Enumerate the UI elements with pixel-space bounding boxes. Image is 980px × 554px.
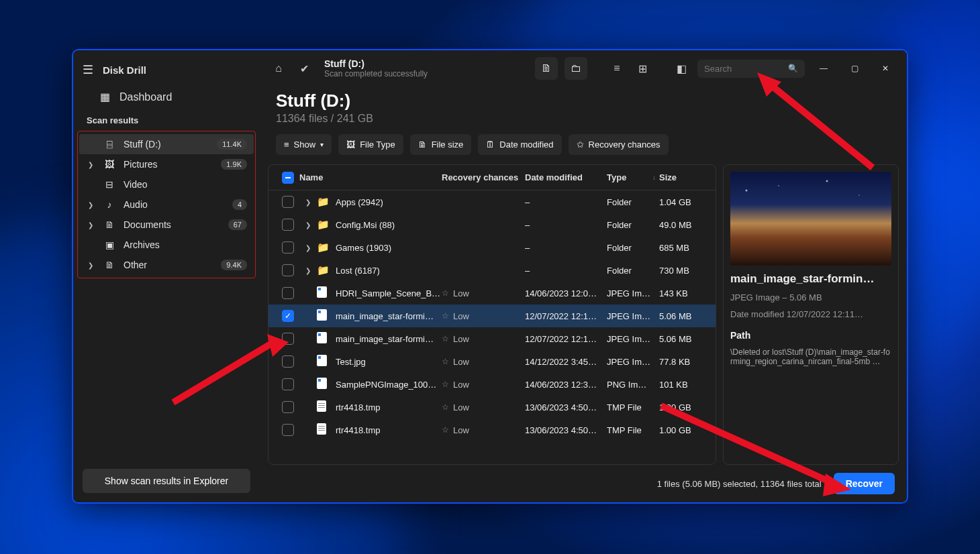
filesize-filter[interactable]: 🗎File size [410, 134, 472, 155]
image-file-icon [317, 286, 327, 298]
star-outline-icon: ☆ [442, 311, 449, 321]
sidebar-item-audio[interactable]: ❯♪Audio4 [79, 195, 254, 215]
image-file-icon [317, 309, 327, 321]
file-size: 5.06 MB [659, 311, 707, 321]
page-meta: 11364 files / 241 GB [276, 113, 891, 125]
app-title: Disk Drill [103, 64, 146, 76]
image-file-icon [317, 378, 327, 389]
file-size: 1.04 GB [659, 197, 707, 207]
row-checkbox[interactable] [282, 287, 294, 299]
row-checkbox[interactable] [282, 378, 294, 390]
file-size: 101 KB [659, 380, 707, 390]
file-size: 1.00 GB [659, 425, 707, 435]
preview-type-line: JPEG Image – 5.06 MB [730, 292, 891, 302]
file-name: Config.Msi (88) [336, 220, 395, 230]
row-checkbox[interactable] [282, 241, 294, 254]
file-name: rtr4418.tmp [336, 425, 380, 435]
image-icon: 🖼 [346, 140, 355, 150]
scan-results-heading: Scan results [73, 110, 260, 129]
chevron-right-icon[interactable]: ❯ [303, 199, 313, 206]
preview-panel: ⧉ main_image_star-formin… JPEG Image – 5… [723, 164, 899, 465]
search-box[interactable]: 🔍 [697, 60, 805, 78]
list-view-icon[interactable]: ≡ [607, 59, 626, 78]
col-date[interactable]: Date modified [525, 172, 607, 182]
file-icon[interactable]: 🗎 [535, 57, 558, 80]
app-window: ☰ Disk Drill ▦ Dashboard Scan results ⌸S… [72, 49, 908, 504]
recovery-value: Low [453, 425, 469, 435]
table-row[interactable]: HDRI_Sample_Scene_B…☆Low14/06/2023 12:0…… [268, 282, 716, 304]
close-button[interactable]: ✕ [873, 60, 897, 76]
sidebar-item-archives[interactable]: ▣Archives [79, 235, 254, 255]
file-type: Folder [607, 266, 659, 276]
footer: 1 files (5.06 MB) selected, 11364 files … [260, 465, 907, 502]
table-row[interactable]: ❯📁Games (1903)–Folder685 MB [268, 236, 716, 259]
table-row[interactable]: main_image_star-formi…☆Low12/07/2022 12:… [268, 327, 716, 350]
row-checkbox[interactable] [282, 355, 294, 368]
recover-button[interactable]: Recover [834, 473, 895, 494]
sidebar-item-badge: 67 [228, 219, 247, 230]
search-input[interactable] [704, 64, 783, 74]
col-recovery[interactable]: Recovery chances [442, 172, 525, 182]
sidebar-item-badge: 11.4K [217, 139, 247, 150]
folder-icon[interactable]: 🗀 [565, 57, 587, 80]
topbar-subtitle: Scan completed successfully [324, 69, 428, 78]
chevron-right-icon: ❯ [86, 221, 95, 229]
file-date: 13/06/2023 4:50… [525, 402, 607, 412]
recovery-value: Low [453, 402, 469, 412]
page-icon: 🗎 [418, 140, 427, 150]
preview-path: \Deleted or lost\Stuff (D)\main_image_st… [730, 347, 891, 366]
grid-view-icon[interactable]: ⊞ [633, 59, 652, 78]
row-checkbox[interactable] [282, 219, 294, 231]
table-row[interactable]: rtr4418.tmp☆Low13/06/2023 4:50…TMP File1… [268, 419, 716, 441]
table-row[interactable]: main_image_star-formi…☆Low12/07/2022 12:… [268, 304, 716, 327]
chevron-right-icon[interactable]: ❯ [303, 244, 313, 252]
sidebar-item-badge: 9.4K [221, 260, 247, 270]
select-all-checkbox[interactable] [282, 172, 294, 184]
table-row[interactable]: rtr4418.tmp☆Low13/06/2023 4:50…TMP File1… [268, 396, 716, 419]
col-type[interactable]: Type [607, 172, 652, 182]
minimize-button[interactable]: — [812, 60, 836, 76]
table-row[interactable]: ❯📁Config.Msi (88)–Folder49.0 MB [268, 213, 716, 236]
preview-date-line: Date modified 12/07/2022 12:11… [730, 309, 891, 319]
audio-icon: ♪ [103, 199, 115, 210]
row-checkbox[interactable] [282, 424, 294, 436]
file-icon [317, 400, 326, 412]
recovery-filter[interactable]: ✩Recovery chances [569, 134, 669, 155]
table-row[interactable]: SamplePNGImage_100…☆Low14/06/2023 12:3…P… [268, 373, 716, 396]
sidebar-item-pictures[interactable]: ❯🖼Pictures1.9K [79, 154, 254, 174]
folder-icon: 📁 [317, 219, 330, 230]
col-size[interactable]: Size [659, 172, 707, 182]
preview-title: main_image_star-formin… [730, 272, 891, 286]
home-icon[interactable]: ⌂ [269, 59, 288, 78]
show-in-explorer-button[interactable]: Show scan results in Explorer [83, 469, 250, 493]
table-row[interactable]: Test.jpg☆Low14/12/2022 3:45…JPEG Im…77.8… [268, 350, 716, 373]
star-outline-icon: ☆ [442, 402, 449, 412]
filetype-filter[interactable]: 🖼File Type [338, 134, 403, 155]
col-name[interactable]: Name [299, 172, 442, 182]
row-checkbox[interactable] [282, 333, 294, 345]
chevron-right-icon[interactable]: ❯ [303, 267, 313, 274]
chevron-right-icon[interactable]: ❯ [303, 221, 313, 229]
sidebar-item-video[interactable]: ⊟Video [79, 174, 254, 195]
row-checkbox[interactable] [282, 310, 294, 322]
hamburger-icon[interactable]: ☰ [83, 62, 93, 77]
sidebar-item-stuff-d-[interactable]: ⌸Stuff (D:)11.4K [79, 134, 254, 154]
table-row[interactable]: ❯📁Lost (6187)–Folder730 MB [268, 259, 716, 282]
scan-complete-icon: ✔ [295, 59, 313, 78]
grid-body: ❯📁Apps (2942)–Folder1.04 GB❯📁Config.Msi … [268, 190, 716, 464]
sort-down-icon[interactable]: ↓ [652, 174, 659, 181]
panel-toggle-icon[interactable]: ◧ [672, 59, 691, 78]
file-date: – [525, 243, 607, 253]
row-checkbox[interactable] [282, 264, 294, 276]
sidebar-dashboard[interactable]: ▦ Dashboard [73, 85, 260, 110]
sidebar-item-documents[interactable]: ❯🗎Documents67 [79, 215, 254, 235]
file-date: 14/06/2023 12:0… [525, 288, 607, 298]
date-filter[interactable]: 🗓Date modified [478, 134, 561, 155]
sidebar-item-other[interactable]: ❯🗎Other9.4K [79, 255, 254, 275]
show-filter[interactable]: ≡Show▾ [276, 134, 332, 155]
calendar-icon: 🗓 [486, 140, 495, 150]
row-checkbox[interactable] [282, 196, 294, 208]
table-row[interactable]: ❯📁Apps (2942)–Folder1.04 GB [268, 190, 716, 213]
row-checkbox[interactable] [282, 401, 294, 413]
maximize-button[interactable]: ▢ [842, 60, 867, 76]
